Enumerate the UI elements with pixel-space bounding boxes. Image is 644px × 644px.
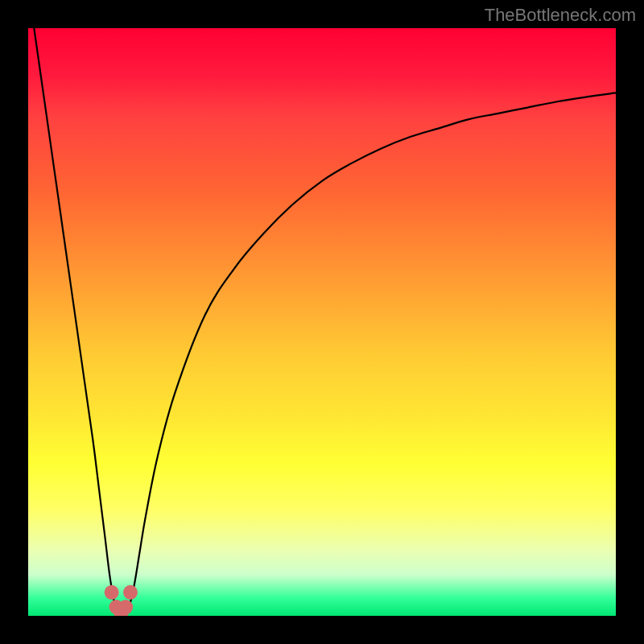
valley-markers	[105, 585, 138, 616]
watermark-text: TheBottleneck.com	[485, 5, 636, 26]
plot-area	[28, 28, 616, 616]
outer-frame: TheBottleneck.com	[0, 0, 644, 644]
valley-marker	[123, 585, 138, 600]
bottleneck-curve	[34, 28, 616, 616]
valley-marker	[105, 585, 119, 600]
valley-marker	[118, 600, 133, 614]
curve-svg	[28, 28, 616, 616]
